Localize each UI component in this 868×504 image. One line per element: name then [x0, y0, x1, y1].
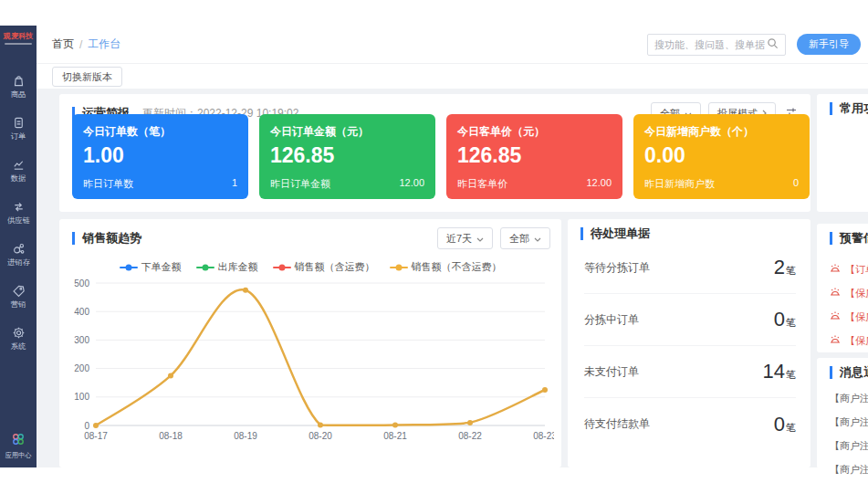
alert-item[interactable]: 【保质期】 [830, 281, 868, 305]
notice-text: 【商户注册】 [830, 463, 868, 477]
notice-item[interactable]: 【商户注册】 [830, 386, 868, 410]
sidebar-item-label: 订单 [11, 132, 26, 140]
notice-item[interactable]: 【商户注册】 [830, 457, 868, 481]
panel-title: 常用功能 [830, 102, 868, 115]
svg-text:08-20: 08-20 [309, 431, 332, 441]
pending-row-unpaid-settlements[interactable]: 待支付结款单 0笔 [584, 398, 796, 450]
breadcrumb-home[interactable]: 首页 [52, 37, 74, 52]
sidebar-item-label: 应用中心 [5, 453, 32, 459]
pending-label: 等待分拣订单 [584, 260, 650, 276]
sidebar-item-label: 供应链 [7, 216, 30, 224]
breadcrumb: 首页 / 工作台 [52, 37, 120, 52]
alert-text: 【保质期】 [845, 334, 868, 348]
svg-text:200: 200 [74, 363, 89, 373]
trend-controls: 近7天 全部 [437, 227, 550, 249]
orders-icon [12, 116, 26, 130]
sales-trend-panel: 销售额趋势 近7天 全部 下 [59, 219, 561, 467]
panel-title: 预警信息 [830, 232, 868, 245]
pending-row-unpaid-orders[interactable]: 未支付订单 14笔 [584, 346, 796, 398]
stat-value: 1.00 [83, 143, 237, 168]
legend-label: 销售额（含运费） [295, 260, 375, 274]
guide-button[interactable]: 新手引导 [797, 34, 861, 55]
stat-title: 今日订单金额（元） [270, 124, 424, 140]
chart-legend: 下单金额 出库金额 销售额（含运费） 销售额（不含运费） [59, 260, 561, 274]
app-window: 观麦科技 商品 订单 数据 供应链 [0, 26, 868, 467]
notice-item[interactable]: 【商户注册】 [830, 410, 868, 434]
svg-text:300: 300 [74, 335, 89, 345]
search-box [647, 34, 786, 56]
alert-item[interactable]: 【保质期】 [830, 305, 868, 329]
sidebar-item-label: 进销存 [7, 258, 30, 266]
sidebar-item-label: 数据 [11, 174, 26, 182]
svg-text:400: 400 [74, 307, 89, 317]
panel-title: 待处理单据 [580, 227, 650, 240]
alarm-icon [830, 334, 841, 347]
pending-row-sorting-in-progress[interactable]: 分拣中订单 0笔 [584, 294, 796, 346]
pending-row-awaiting-sorting[interactable]: 等待分拣订单 2笔 [584, 242, 796, 294]
sidebar-item-products[interactable]: 商品 [0, 65, 37, 107]
sidebar-item-orders[interactable]: 订单 [0, 107, 37, 149]
marketing-icon [12, 284, 26, 298]
legend-item-order-amount[interactable]: 下单金额 [120, 260, 182, 274]
pending-count: 14笔 [763, 360, 796, 383]
logo: 观麦科技 [2, 32, 35, 45]
alert-text: 【保质期】 [845, 287, 868, 300]
toolbar: 切换新版本 [37, 64, 868, 89]
common-functions-header: 常用功能 [817, 94, 868, 115]
svg-text:08-23: 08-23 [533, 431, 554, 441]
notice-text: 【商户注册】 [830, 415, 868, 429]
stat-sub-row: 昨日订单金额12.00 [270, 177, 424, 191]
chevron-down-icon [534, 233, 541, 244]
stat-value: 0.00 [644, 143, 799, 168]
notice-item[interactable]: 【商户注册】 [830, 434, 868, 457]
stat-sub-row: 昨日新增商户数0 [644, 177, 799, 191]
sidebar-item-system[interactable]: 系统 [0, 317, 37, 359]
logo-subtitle-decoration [5, 43, 32, 45]
main-area: 首页 / 工作台 新手引导 切换新版本 运营简报 [37, 26, 868, 467]
sidebar-item-label: 商品 [11, 90, 26, 98]
alerts-panel: 预警信息 【订单】 【保质期】 【保质期】 [817, 224, 868, 352]
pending-label: 待支付结款单 [584, 416, 650, 432]
legend-label: 出库金额 [218, 260, 258, 274]
sidebar-item-inventory[interactable]: 进销存 [0, 233, 37, 275]
svg-text:08-19: 08-19 [234, 431, 257, 441]
alert-list: 【订单】 【保质期】 【保质期】 【保质期】 [817, 245, 868, 352]
alert-item[interactable]: 【订单】 [830, 257, 868, 281]
stat-value: 126.85 [270, 143, 424, 168]
svg-text:08-22: 08-22 [458, 431, 482, 441]
sidebar-item-label: 系统 [11, 342, 26, 350]
legend-marker [273, 263, 291, 271]
legend-marker [120, 263, 138, 271]
notice-text: 【商户注册】 [830, 392, 868, 405]
sidebar-item-supply-chain[interactable]: 供应链 [0, 191, 37, 233]
switch-version-button[interactable]: 切换新版本 [52, 67, 122, 87]
supply-chain-icon [12, 200, 26, 214]
sidebar-item-marketing[interactable]: 营销 [0, 275, 37, 317]
trend-scope-dropdown[interactable]: 全部 [500, 227, 550, 249]
date-range-dropdown[interactable]: 近7天 [437, 227, 493, 249]
sidebar-item-app-center[interactable]: 应用中心 [0, 432, 37, 460]
alerts-header: 预警信息 [817, 224, 868, 245]
chevron-down-icon [476, 233, 484, 244]
stat-sub-row: 昨日订单数1 [83, 177, 237, 191]
stat-card-avg-order-value: 今日客单价（元） 126.85 昨日客单价12.00 [446, 114, 622, 199]
svg-text:08-18: 08-18 [159, 431, 183, 441]
notice-text: 【商户注册】 [830, 439, 868, 453]
alert-text: 【订单】 [845, 263, 868, 277]
stat-card-order-amount: 今日订单金额（元） 126.85 昨日订单金额12.00 [259, 114, 435, 199]
legend-item-sales-incl-shipping[interactable]: 销售额（含运费） [273, 260, 375, 274]
legend-item-outbound-amount[interactable]: 出库金额 [196, 260, 258, 274]
pending-header: 待处理单据 [568, 219, 810, 240]
data-icon [12, 158, 26, 172]
pending-label: 分拣中订单 [584, 312, 639, 328]
system-icon [12, 326, 26, 340]
sidebar-item-data[interactable]: 数据 [0, 149, 37, 191]
alert-item[interactable]: 【保质期】 [830, 329, 868, 352]
search-input[interactable] [654, 39, 767, 50]
stat-title: 今日客单价（元） [457, 124, 612, 140]
search-icon [767, 37, 779, 53]
legend-item-sales-excl-shipping[interactable]: 销售额（不含运费） [390, 260, 502, 274]
stat-card-new-merchants: 今日新增商户数（个） 0.00 昨日新增商户数0 [633, 114, 810, 199]
topbar: 首页 / 工作台 新手引导 [37, 26, 868, 64]
pending-documents-panel: 待处理单据 等待分拣订单 2笔 分拣中订单 0笔 未支付订单 14笔 [568, 219, 810, 467]
